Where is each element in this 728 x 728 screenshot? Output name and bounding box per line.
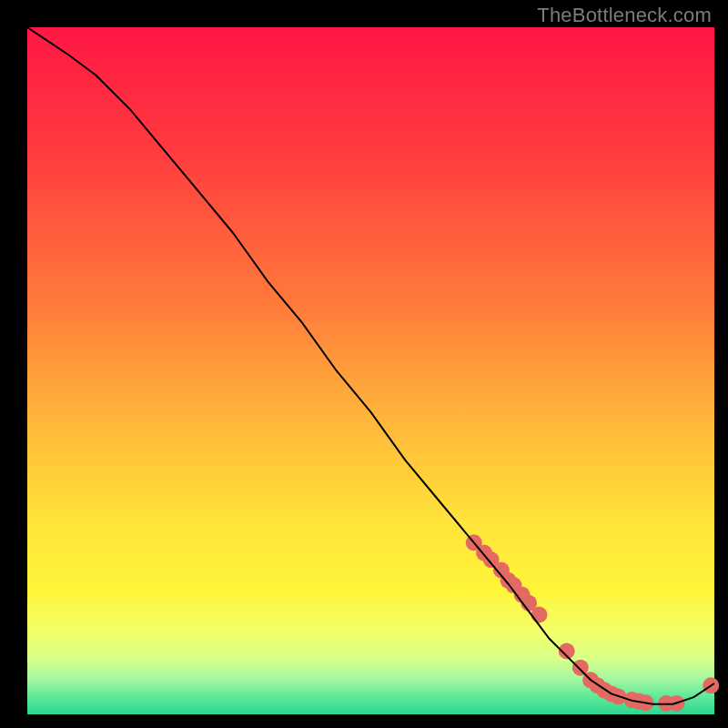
chart-container: { "watermark": "TheBottleneck.com", "cha… bbox=[0, 0, 728, 728]
data-marker bbox=[531, 607, 548, 623]
watermark-text: TheBottleneck.com bbox=[537, 4, 712, 27]
bottleneck-chart bbox=[0, 0, 728, 728]
plot-background bbox=[27, 27, 714, 714]
